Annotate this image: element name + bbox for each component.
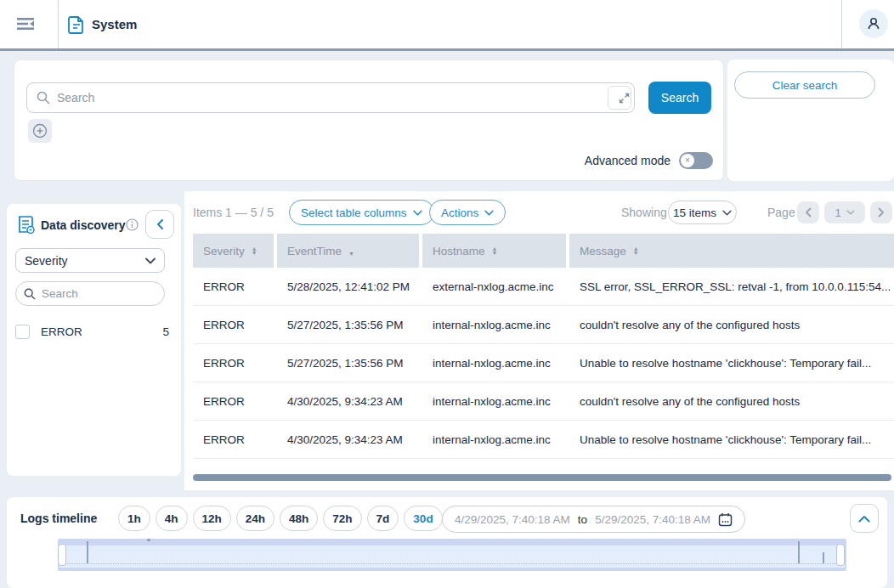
table-row[interactable]: ERROR 5/27/2025, 1:35:56 PM internal-nxl… xyxy=(193,306,894,344)
data-discovery-icon xyxy=(17,215,36,239)
facet-count: 5 xyxy=(162,325,169,338)
sidebar-collapse-button[interactable] xyxy=(145,210,174,239)
advanced-mode-row: Advanced mode × xyxy=(585,152,713,169)
range-button-24h[interactable]: 24h xyxy=(236,506,274,531)
system-doc-icon xyxy=(68,15,85,37)
table-row[interactable]: ERROR 5/27/2025, 1:35:56 PM internal-nxl… xyxy=(193,344,894,382)
chevron-down-icon xyxy=(413,210,422,216)
search-input[interactable] xyxy=(50,91,608,105)
sidebar-title: Data discovery xyxy=(41,218,126,232)
person-icon xyxy=(866,16,881,31)
plus-circle-icon xyxy=(32,123,48,139)
chevron-up-icon xyxy=(858,515,870,523)
log-table-area: Items 1 — 5 / 5 Select table columns Act… xyxy=(184,191,894,490)
clear-search-panel: Clear search xyxy=(727,59,894,181)
timeline-spike xyxy=(823,552,824,563)
advanced-mode-label: Advanced mode xyxy=(585,154,670,167)
showing-label: Showing xyxy=(621,206,667,219)
timeline-tick xyxy=(147,539,150,541)
add-filter-button[interactable] xyxy=(28,119,52,143)
user-avatar[interactable] xyxy=(859,9,888,38)
range-button-7d[interactable]: 7d xyxy=(367,506,399,531)
range-button-72h[interactable]: 72h xyxy=(323,506,361,531)
sidebar-header: Data discovery xyxy=(7,210,181,240)
range-button-12h[interactable]: 12h xyxy=(193,506,231,531)
table-row[interactable]: ERROR 4/30/2025, 9:34:23 AM internal-nxl… xyxy=(193,421,894,459)
range-button-1h[interactable]: 1h xyxy=(118,506,150,531)
column-header-hostname[interactable]: Hostname ▲▼ xyxy=(422,234,566,268)
logs-timeline-panel: Logs timeline 1h 4h 12h 24h 48h 72h 7d 3… xyxy=(7,497,887,588)
range-button-4h[interactable]: 4h xyxy=(156,506,188,531)
date-to: 5/29/2025, 7:40:18 AM xyxy=(595,513,710,526)
horizontal-scrollbar[interactable] xyxy=(193,474,891,481)
facet-field-value: Severity xyxy=(25,254,68,268)
facet-field-select[interactable]: Severity xyxy=(15,248,165,273)
facet-search-box xyxy=(15,281,165,306)
topbar-divider-right xyxy=(841,0,842,48)
sort-icon: ▲▼ xyxy=(492,246,498,255)
actions-label: Actions xyxy=(441,206,478,219)
timeline-range-buttons: 1h 4h 12h 24h 48h 72h 7d 30d today xyxy=(118,506,497,531)
clear-search-button[interactable]: Clear search xyxy=(734,71,875,99)
top-bar: System xyxy=(0,0,894,48)
range-button-48h[interactable]: 48h xyxy=(280,506,318,531)
info-icon[interactable] xyxy=(126,218,139,235)
menu-icon xyxy=(16,16,35,31)
page-number-select[interactable]: 1 xyxy=(824,201,865,223)
facet-item-error[interactable]: ERROR 5 xyxy=(7,322,181,341)
timeline-right-handle[interactable] xyxy=(836,544,845,566)
data-discovery-sidebar: Data discovery Severity ERROR xyxy=(7,204,181,476)
chevron-left-icon xyxy=(805,207,812,218)
page-number-value: 1 xyxy=(835,206,840,219)
chevron-down-icon xyxy=(484,210,494,216)
search-button[interactable]: Search xyxy=(648,82,711,114)
actions-button[interactable]: Actions xyxy=(429,200,506,225)
page-size-select[interactable]: 15 items xyxy=(668,201,737,224)
timeline-baseline xyxy=(65,563,840,564)
chevron-right-icon xyxy=(878,207,885,218)
chevron-down-icon xyxy=(846,210,855,215)
date-to-label: to xyxy=(578,513,587,526)
timeline-left-handle[interactable] xyxy=(58,544,66,566)
column-header-eventtime[interactable]: EventTime ▼ xyxy=(277,234,419,268)
table-toolbar: Items 1 — 5 / 5 Select table columns Act… xyxy=(184,200,894,225)
advanced-mode-toggle[interactable]: × xyxy=(679,152,713,169)
date-range-picker[interactable]: 4/29/2025, 7:40:18 AM to 5/29/2025, 7:40… xyxy=(442,506,745,533)
facet-label: ERROR xyxy=(41,325,162,338)
table-row[interactable]: ERROR 4/30/2025, 9:34:23 AM internal-nxl… xyxy=(193,382,894,421)
page-title: System xyxy=(92,17,137,31)
toggle-off-knob-icon: × xyxy=(681,154,694,167)
table-header-row: Severity ▲▼ EventTime ▼ Hostname ▲▼ Mess… xyxy=(193,234,894,268)
search-panel: Search Advanced mode × xyxy=(14,59,724,181)
page-label: Page xyxy=(767,206,795,219)
select-table-columns-button[interactable]: Select table columns xyxy=(289,200,434,225)
expand-search-button[interactable] xyxy=(608,86,631,110)
search-icon xyxy=(24,288,36,300)
sort-icon: ▲▼ xyxy=(252,246,257,255)
chevron-left-icon xyxy=(156,218,165,230)
column-header-severity[interactable]: Severity ▲▼ xyxy=(193,234,274,268)
previous-page-button[interactable] xyxy=(797,201,819,223)
timeline-title: Logs timeline xyxy=(20,512,97,525)
column-header-message[interactable]: Message ▲▼ xyxy=(569,234,894,268)
sidebar-collapse-menu-icon[interactable] xyxy=(14,12,37,36)
page-size-value: 15 items xyxy=(673,206,716,219)
items-count-text: Items 1 — 5 / 5 xyxy=(193,206,274,219)
table-row[interactable]: ERROR 5/28/2025, 12:41:02 PM external-nx… xyxy=(193,268,894,306)
date-from: 4/29/2025, 7:40:18 AM xyxy=(455,513,570,526)
timeline-spike xyxy=(87,541,88,563)
timeline-selection[interactable] xyxy=(59,546,845,568)
facet-checkbox[interactable] xyxy=(15,325,30,339)
timeline-chart[interactable] xyxy=(58,539,846,571)
sort-desc-icon: ▼ xyxy=(348,246,354,256)
facet-search-input[interactable] xyxy=(36,287,164,300)
timeline-collapse-button[interactable] xyxy=(850,504,879,533)
topbar-divider xyxy=(58,0,59,48)
timeline-spike xyxy=(798,541,800,563)
select-columns-label: Select table columns xyxy=(301,206,407,219)
search-box xyxy=(26,82,635,113)
chevron-down-icon xyxy=(145,257,156,264)
next-page-button[interactable] xyxy=(870,201,892,223)
expand-icon xyxy=(619,93,630,104)
range-button-30d[interactable]: 30d xyxy=(404,506,442,531)
